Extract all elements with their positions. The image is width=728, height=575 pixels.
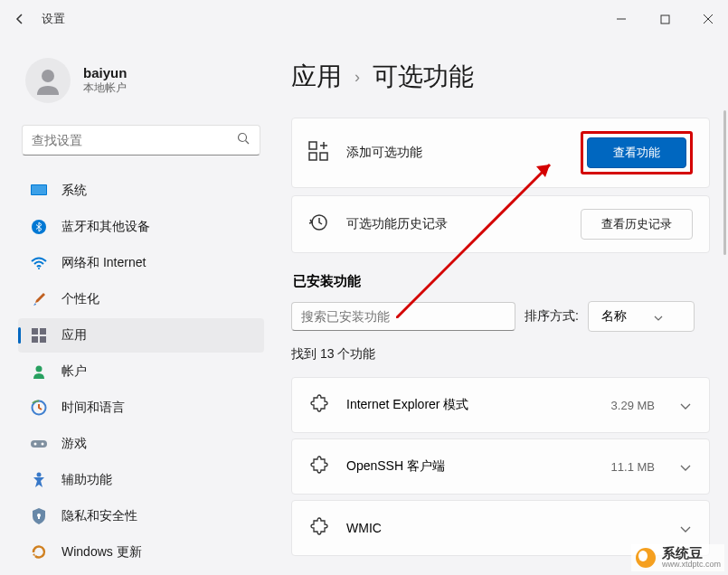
add-feature-card: 添加可选功能 查看功能 xyxy=(291,118,710,188)
sort-dropdown[interactable]: 名称 xyxy=(588,301,695,332)
chevron-right-icon: › xyxy=(355,68,360,87)
feature-name: WMIC xyxy=(346,521,637,535)
scrollbar[interactable] xyxy=(723,110,726,255)
nav-list: 系统 蓝牙和其他设备 网络和 Internet 个性化 应用 帐户 xyxy=(18,174,279,570)
sidebar-item-gaming[interactable]: 游戏 xyxy=(18,427,264,461)
svg-rect-1 xyxy=(661,15,669,24)
accessibility-icon xyxy=(31,472,47,488)
watermark-logo xyxy=(635,547,657,569)
username: baiyun xyxy=(83,65,127,80)
account-icon xyxy=(31,363,47,380)
svg-point-3 xyxy=(239,133,247,141)
sidebar-item-privacy[interactable]: 隐私和安全性 xyxy=(18,499,264,533)
view-history-button[interactable]: 查看历史记录 xyxy=(581,209,693,240)
apps-icon xyxy=(31,327,47,344)
svg-point-17 xyxy=(42,443,44,446)
user-subtitle: 本地帐户 xyxy=(83,80,127,96)
sort-value: 名称 xyxy=(601,308,627,325)
svg-point-28 xyxy=(638,551,648,561)
sidebar-item-accessibility[interactable]: 辅助功能 xyxy=(18,463,264,497)
feature-row[interactable]: OpenSSH 客户端 11.1 MB xyxy=(291,438,710,495)
sidebar-item-time[interactable]: 时间和语言 xyxy=(18,391,264,425)
add-feature-label: 添加可选功能 xyxy=(346,145,563,161)
feature-name: OpenSSH 客户端 xyxy=(346,458,593,475)
feature-name: Internet Explorer 模式 xyxy=(346,397,593,413)
feature-row[interactable]: Internet Explorer 模式 3.29 MB xyxy=(291,377,710,433)
puzzle-icon xyxy=(310,517,328,539)
nav-label: 蓝牙和其他设备 xyxy=(61,219,150,235)
sidebar-item-system[interactable]: 系统 xyxy=(18,174,264,208)
puzzle-icon xyxy=(310,394,328,416)
svg-rect-23 xyxy=(320,153,327,160)
sidebar-item-personalization[interactable]: 个性化 xyxy=(18,282,264,316)
sort-label: 排序方式: xyxy=(525,308,579,325)
svg-rect-22 xyxy=(309,153,317,160)
svg-point-18 xyxy=(37,473,42,477)
svg-point-2 xyxy=(42,70,54,82)
sidebar-item-network[interactable]: 网络和 Internet xyxy=(18,246,264,280)
brush-icon xyxy=(31,291,47,307)
nav-label: Windows 更新 xyxy=(61,544,142,561)
sidebar-item-apps[interactable]: 应用 xyxy=(18,318,264,353)
content-area: 应用 › 可选功能 添加可选功能 查看功能 可选功能历史记录 查看历史记录 已安… xyxy=(279,38,728,575)
sidebar-item-update[interactable]: Windows 更新 xyxy=(18,535,264,570)
back-button[interactable] xyxy=(11,10,29,28)
feature-size: 11.1 MB xyxy=(611,460,655,474)
svg-rect-9 xyxy=(32,328,38,335)
user-section[interactable]: baiyun 本地帐户 xyxy=(18,51,279,125)
sidebar-item-accounts[interactable]: 帐户 xyxy=(18,354,264,389)
found-count: 找到 13 个功能 xyxy=(291,346,710,363)
nav-label: 应用 xyxy=(61,327,87,344)
nav-label: 个性化 xyxy=(61,291,99,307)
chevron-down-icon xyxy=(654,309,663,324)
minimize-button[interactable] xyxy=(612,10,630,28)
feature-search-input[interactable] xyxy=(291,302,515,331)
watermark-title: 系统豆 xyxy=(662,546,721,561)
watermark-url: www.xtdptc.com xyxy=(662,561,721,570)
titlebar: 设置 xyxy=(0,0,728,38)
watermark: 系统豆 www.xtdptc.com xyxy=(631,544,724,571)
svg-point-8 xyxy=(38,268,40,269)
sidebar-item-bluetooth[interactable]: 蓝牙和其他设备 xyxy=(18,210,264,244)
search-box[interactable] xyxy=(22,125,260,156)
svg-rect-20 xyxy=(38,516,40,519)
feature-size: 3.29 MB xyxy=(611,399,655,412)
nav-label: 网络和 Internet xyxy=(61,255,146,271)
avatar xyxy=(25,58,71,103)
game-icon xyxy=(31,436,47,452)
nav-label: 系统 xyxy=(61,183,87,199)
window-title: 设置 xyxy=(42,11,65,27)
chevron-down-icon xyxy=(680,520,691,536)
sidebar: baiyun 本地帐户 系统 蓝牙和其他设备 网络和 Internet xyxy=(0,38,279,575)
search-icon xyxy=(237,132,251,149)
chevron-down-icon xyxy=(680,397,691,413)
grid-plus-icon xyxy=(308,141,328,165)
nav-label: 时间和语言 xyxy=(61,400,125,416)
nav-label: 帐户 xyxy=(61,363,87,380)
system-icon xyxy=(31,183,47,199)
puzzle-icon xyxy=(310,456,328,477)
chevron-down-icon xyxy=(680,458,691,475)
search-input[interactable] xyxy=(32,133,237,147)
nav-label: 隐私和安全性 xyxy=(61,508,137,524)
breadcrumb-parent[interactable]: 应用 xyxy=(291,60,342,94)
installed-section-title: 已安装功能 xyxy=(293,273,710,290)
history-icon xyxy=(308,212,328,236)
svg-line-4 xyxy=(246,140,250,144)
view-features-button[interactable]: 查看功能 xyxy=(587,137,686,168)
close-button[interactable] xyxy=(699,10,717,28)
breadcrumb-current: 可选功能 xyxy=(373,60,474,94)
breadcrumb: 应用 › 可选功能 xyxy=(291,60,710,94)
nav-label: 游戏 xyxy=(61,436,87,452)
bluetooth-icon xyxy=(31,219,47,235)
nav-label: 辅助功能 xyxy=(61,472,112,488)
maximize-button[interactable] xyxy=(656,10,674,28)
privacy-icon xyxy=(31,508,47,524)
svg-point-13 xyxy=(36,366,43,372)
update-icon xyxy=(31,544,47,561)
history-card: 可选功能历史记录 查看历史记录 xyxy=(291,195,710,253)
svg-rect-10 xyxy=(40,328,46,335)
highlight-annotation: 查看功能 xyxy=(581,131,693,174)
time-icon xyxy=(31,400,47,416)
svg-rect-11 xyxy=(32,336,38,343)
